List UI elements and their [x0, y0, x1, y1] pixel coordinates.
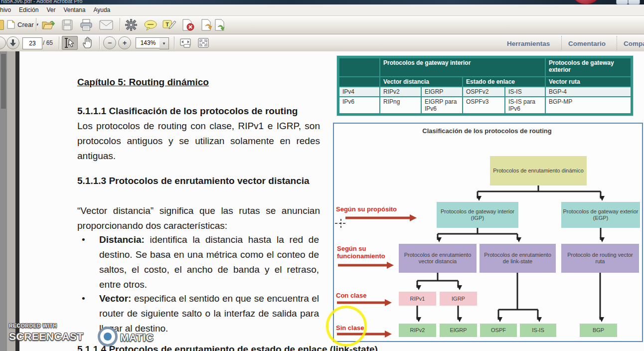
open-button[interactable] — [41, 18, 56, 32]
table-cell: EIGRP — [422, 87, 462, 96]
share-page-icon — [214, 19, 227, 31]
tab-herramientas[interactable]: Herramientas — [507, 40, 550, 47]
table-header-interior: Protocolos de gateway interior — [380, 58, 545, 76]
table-row-ipv6: IPv6 RIPng EIGRP para IPv6 OSPFv3 IS-IS … — [339, 97, 631, 113]
record-indicator — [574, 0, 598, 4]
title-bar: na5K3v6.pdf - Adobe Acrobat Pro — [0, 0, 644, 4]
protocol-table: Protocolos de gateway interior Protocolo… — [337, 56, 633, 116]
node-igp: Protocolos de gateway interior (IGP) — [437, 202, 518, 228]
next-page-button[interactable] — [6, 36, 19, 49]
node-protocolos-dinamico: Protocolos de enrutamiento dinámico — [490, 156, 587, 185]
zoom-dropdown-button[interactable]: ▼ — [160, 37, 169, 49]
table-subheader-vector-ruta: Vector ruta — [546, 77, 631, 86]
text-edit-button[interactable]: T — [161, 18, 177, 31]
nav-pane-thumb[interactable] — [1, 54, 6, 109]
table-corner-cell — [339, 77, 379, 86]
menu-ver[interactable]: Ver — [42, 5, 59, 14]
navigation-toolbar: / 65 − + 143% ▼ — [0, 34, 644, 52]
row-label: IPv6 — [339, 97, 379, 113]
document-area: Capítulo 5: Routing dinámico 5.1.1.1 Cla… — [0, 51, 644, 351]
section-5113-heading: 5.1.1.3 Protocolos de enrutamiento vecto… — [77, 174, 320, 188]
bullet-vector: Vector: especifica el sentido en que se … — [99, 291, 319, 336]
save-button[interactable] — [60, 18, 75, 32]
cursor-highlight-circle — [326, 306, 367, 347]
save-icon — [62, 19, 73, 30]
node-isis: IS-IS — [520, 324, 556, 337]
delete-pages-button[interactable] — [180, 18, 196, 31]
node-bgp: BGP — [580, 324, 617, 337]
folder-open-icon — [42, 19, 55, 30]
zoom-out-icon: − — [108, 39, 112, 47]
print-button[interactable] — [78, 18, 94, 32]
bullet-distancia-term: Distancia: — [99, 234, 145, 245]
node-vector-distancia: Protocolos de enrutamiento vector distan… — [399, 244, 477, 273]
node-ripv1: RIPv1 — [399, 292, 436, 306]
bullet-distancia: Distancia: identifica la distancia hasta… — [99, 232, 319, 292]
zoom-level-value: 143% — [141, 39, 156, 46]
fit-page-button[interactable] — [196, 36, 210, 49]
text-edit-icon: T — [162, 19, 176, 31]
menu-ayuda[interactable]: Ayuda — [89, 5, 114, 14]
hand-tool-button[interactable] — [80, 36, 96, 50]
bullet-vector-text: especifica el sentido en que se encuentr… — [99, 293, 319, 334]
email-button[interactable] — [98, 19, 114, 31]
share-page-button[interactable] — [212, 18, 228, 31]
annotation-funcionamiento: Según su funcionamiento — [337, 245, 389, 260]
page-total-label: / 65 — [43, 39, 53, 46]
node-link-state: Protocolos de enrutamiento de link-state — [480, 244, 556, 273]
annotation-proposito: Según su propósito — [336, 205, 397, 213]
table-row-ipv4: IPv4 RIPv2 EIGRP OSPFv2 IS-IS BGP-4 — [339, 87, 631, 96]
page-gutter — [7, 51, 15, 351]
chapter-heading: Capítulo 5: Routing dinámico — [77, 75, 209, 90]
node-eigrp: EIGRP — [440, 324, 477, 337]
settings-button[interactable] — [124, 18, 139, 32]
crosshair-cursor — [335, 219, 347, 228]
minimize-button[interactable] — [616, 0, 628, 4]
export-page-icon — [200, 19, 213, 31]
table-cell: RIPng — [380, 97, 421, 113]
watermark-matic: MATIC — [120, 332, 154, 344]
tab-comentario[interactable]: Comentario — [568, 40, 606, 47]
comment-bubble-icon — [144, 20, 158, 31]
table-subheader-vector-distancia: Vector distancia — [380, 77, 462, 86]
hand-tool-icon — [82, 37, 93, 49]
select-tool-button[interactable] — [62, 36, 78, 50]
menu-bar: Archivo Edición Ver Ventana Ayuda — [0, 4, 644, 16]
menu-edicion[interactable]: Edición — [15, 5, 42, 14]
section-5111-body: Los protocolos de routing con clase, RIP… — [77, 119, 320, 164]
zoom-level-field[interactable]: 143% — [136, 37, 161, 48]
zoom-out-button[interactable]: − — [103, 36, 116, 49]
table-header-exterior: Protocolos de gateway exterior — [546, 58, 631, 76]
node-ospf: OSPF — [480, 324, 517, 337]
menu-archivo[interactable]: Archivo — [0, 5, 15, 14]
svg-text:T: T — [165, 21, 169, 27]
comment-button[interactable] — [143, 19, 159, 32]
maximize-button[interactable] — [628, 0, 640, 4]
menu-ventana[interactable]: Ventana — [59, 5, 89, 14]
main-toolbar: Crear ▾ — [0, 16, 644, 34]
watermark-recorded-with: RECORDED WITH — [9, 323, 57, 329]
table-cell: IS-IS para IPv6 — [505, 97, 545, 113]
fit-page-icon — [198, 38, 209, 48]
table-cell: RIPv2 — [380, 87, 421, 96]
page-edge-shadow — [15, 51, 19, 351]
down-arrow-icon — [10, 39, 16, 46]
page-number-input[interactable] — [22, 37, 42, 49]
previous-page-button[interactable] — [0, 36, 6, 49]
crear-icon — [7, 20, 15, 29]
clipped-tool-icon — [0, 20, 4, 30]
diagram-connectors — [334, 124, 640, 339]
watermark-screencast: SCREENCAST — [9, 331, 84, 343]
node-igrp: IGRP — [440, 292, 477, 306]
nav-pane-strip[interactable] — [0, 51, 7, 351]
crear-label: Crear — [17, 21, 34, 28]
acrobat-window: na5K3v6.pdf - Adobe Acrobat Pro Archivo … — [0, 0, 644, 351]
zoom-in-icon: + — [123, 39, 127, 47]
email-icon — [99, 20, 113, 30]
zoom-in-button[interactable]: + — [118, 36, 131, 49]
tab-compartir[interactable]: Compartir — [624, 40, 644, 47]
fit-width-button[interactable] — [178, 36, 192, 49]
table-corner-cell — [339, 58, 379, 76]
chevron-down-icon: ▼ — [162, 41, 166, 46]
table-cell: BGP-MP — [546, 97, 631, 113]
